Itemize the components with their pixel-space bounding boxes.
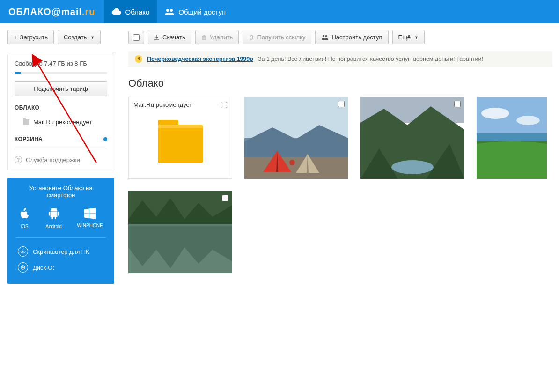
promo-line-label: Скриншотер для ПК [33,248,89,255]
android-icon [48,208,59,220]
nav-label: Облако [125,8,150,16]
svg-point-10 [21,266,25,269]
create-button[interactable]: Создать ▼ [58,30,101,44]
svg-point-22 [516,116,540,125]
promo-disko[interactable]: Диск-О: [7,259,114,275]
folder-icon [158,126,203,163]
get-link-button[interactable]: Получить ссылку [243,30,311,44]
support-link[interactable]: ? Служба поддержки [15,149,107,163]
button-label: Настроить доступ [331,34,382,41]
ad-banner: ✎ Почерковедческая экспертиза 1999р За 1… [128,51,552,67]
svg-rect-16 [244,153,348,179]
image-thumbnail [128,191,232,273]
folder-body [129,112,232,177]
sidebar-item-label: Mail.Ru рекомендует [33,118,92,126]
chevron-down-icon: ▼ [90,35,95,40]
trash-icon [201,35,207,40]
folder-icon [23,119,29,125]
promo-app-winphone[interactable]: WINPHONE [77,208,103,229]
storage-text: Свободно 7.47 ГБ из 8 ГБ [15,60,107,67]
svg-rect-7 [54,217,56,220]
button-label: Подключить тариф [34,85,88,92]
cloud-download-icon [18,246,28,257]
main-nav: Облако Общий доступ [104,0,234,23]
sidebar-section-cloud: ОБЛАКО [15,104,107,111]
svg-rect-4 [48,212,50,215]
svg-point-1 [170,9,173,12]
svg-point-12 [323,35,324,37]
button-label: Загрузить [20,34,48,41]
image-thumbnail [477,97,547,179]
more-button[interactable]: Ещё ▼ [392,30,425,44]
notification-dot-icon [103,137,107,141]
cloud-icon [111,8,122,15]
storage-info: Свободно 7.47 ГБ из 8 ГБ Подключить тари… [7,54,114,170]
tile-image[interactable] [128,191,232,273]
mobile-promo: Установите Облако на смартфон iOS Androi… [7,178,114,284]
delete-button[interactable]: Удалить [195,30,239,44]
storage-bar [15,72,107,74]
svg-point-17 [289,160,295,165]
button-label: Удалить [210,34,233,41]
tile-checkbox[interactable] [338,101,345,107]
sidebar: + Загрузить Создать ▼ Свободно 7.47 ГБ и… [0,23,122,291]
ad-link[interactable]: Почерковедческая экспертиза 1999р [147,56,253,62]
svg-point-21 [481,108,509,119]
svg-rect-5 [58,212,59,215]
promo-line-label: Диск-О: [33,264,54,271]
tile-folder[interactable]: Mail.Ru рекомендует [128,97,232,179]
ad-icon: ✎ [135,55,142,63]
page-title: Облако [122,67,559,97]
storage-fill [15,72,21,74]
main-content: Скачать Удалить Получить ссылку Настроит… [122,23,559,291]
people-icon [321,35,329,40]
svg-point-13 [325,35,327,37]
select-all-checkbox[interactable] [128,31,144,44]
tile-checkbox[interactable] [222,195,228,201]
promo-screenshoter[interactable]: Скриншотер для ПК [7,244,114,259]
promo-app-label: WINPHONE [77,223,103,228]
logo[interactable]: ОБЛАКО@mail.ru [0,0,104,23]
nav-label: Общий доступ [178,8,226,16]
tile-image[interactable] [477,97,547,179]
checkbox[interactable] [133,34,140,41]
sidebar-item-recommends[interactable]: Mail.Ru рекомендует [15,116,107,128]
upload-button[interactable]: + Загрузить [7,30,54,44]
svg-rect-6 [51,217,53,220]
access-button[interactable]: Настроить доступ [315,30,388,44]
nav-cloud[interactable]: Облако [104,0,157,23]
tile-image[interactable] [360,97,464,179]
sidebar-section-trash: КОРЗИНА [15,136,43,142]
button-label: Создать [64,34,87,41]
question-icon: ? [15,156,22,163]
tile-image[interactable] [244,97,348,179]
support-label: Служба поддержки [26,156,80,163]
promo-app-label: Android [45,224,61,229]
button-label: Получить ссылку [257,34,305,41]
button-label: Ещё [398,34,411,41]
nav-shared[interactable]: Общий доступ [157,0,233,23]
tile-label: Mail.Ru рекомендует [133,101,192,108]
disk-icon [18,262,28,273]
chevron-down-icon: ▼ [414,35,419,40]
image-thumbnail [360,97,464,179]
tile-checkbox[interactable] [221,102,227,108]
link-icon [249,35,254,40]
people-icon [164,8,175,15]
promo-app-ios[interactable]: iOS [19,208,30,229]
promo-title: Установите Облако на смартфон [7,185,114,205]
download-button[interactable]: Скачать [148,30,191,44]
ad-text: За 1 день! Все лицензии! Не понравится к… [258,56,483,62]
main-header: ОБЛАКО@mail.ru Облако Общий доступ [0,0,559,23]
tile-checkbox[interactable] [454,101,461,107]
plan-button[interactable]: Подключить тариф [15,81,107,96]
windows-icon [84,208,96,219]
svg-point-0 [166,9,169,12]
file-grid: Mail.Ru рекомендует [122,97,559,282]
button-label: Скачать [162,34,185,41]
svg-rect-3 [50,212,57,217]
toolbar: Скачать Удалить Получить ссылку Настроит… [122,30,559,51]
promo-app-android[interactable]: Android [45,208,61,229]
svg-point-19 [391,160,434,174]
divider [16,237,106,238]
